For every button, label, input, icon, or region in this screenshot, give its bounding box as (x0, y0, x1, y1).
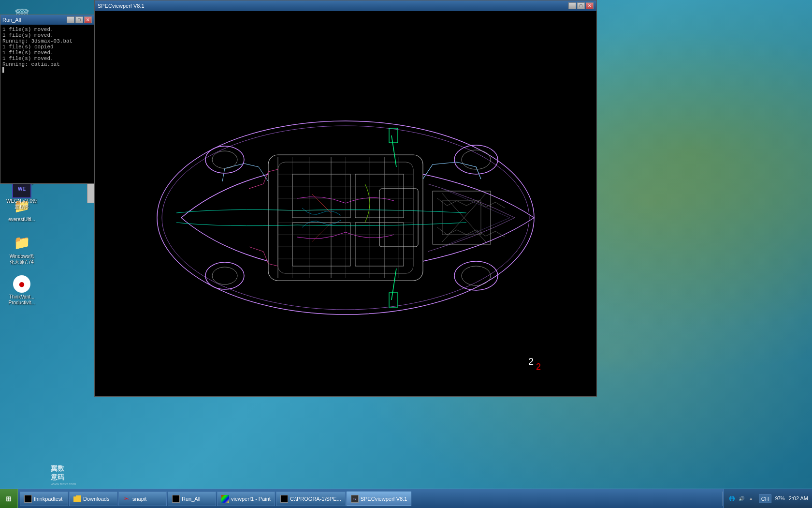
spec-window-controls: _ □ ✕ (568, 2, 594, 9)
volume-icon[interactable]: 🔊 (738, 495, 745, 503)
taskbar-icon-folder (73, 495, 81, 502)
spec-content: 2 2 (95, 11, 596, 396)
desktop-icon-windows-opt[interactable]: 📁 Windows优化大师7.74 (2, 231, 41, 267)
cmd-line-6: 1 file(s) moved. (2, 56, 92, 61)
wecn-label: WECN V7.0设置程序 (2, 198, 41, 210)
car-wireframe-container (128, 77, 563, 358)
cmd-window[interactable]: Run_All _ □ ✕ 1 file(s) moved. 1 file(s)… (0, 15, 94, 184)
desktop-icon-thinkvant[interactable]: ● ThinkVant...Productivit... (2, 274, 41, 307)
svg-point-22 (212, 267, 237, 284)
desktop: 🗑️ Re... 🖥️ Ser...an... 💻 Co... 🌐 WE... … (0, 0, 812, 508)
systray-icon-1: ▲ (747, 495, 755, 503)
cmd-line-2: 1 file(s) moved. (2, 32, 92, 38)
svg-point-21 (205, 262, 244, 289)
cmd-titlebar: Run_All _ □ ✕ (0, 15, 94, 25)
taskbar: ⊞ thinkpadtest Downloads ✂ snapit Run_Al… (0, 489, 812, 508)
taskbar-item-specviewperf[interactable]: S SPECviewperf V8.1 (347, 492, 412, 506)
svg-rect-6 (292, 174, 350, 218)
cmd-title: Run_All (2, 17, 21, 23)
cmd-minimize-btn[interactable]: _ (67, 16, 74, 23)
spec-close-btn[interactable]: ✕ (586, 2, 594, 9)
cmd-line-3: Running: 3dsmax-03.bat (2, 38, 92, 44)
svg-rect-29 (389, 128, 398, 143)
spec-minimize-btn[interactable]: _ (568, 2, 576, 9)
spec-maximize-btn[interactable]: □ (577, 2, 585, 9)
cmd-cursor: ▌ (2, 67, 92, 73)
spec-titlebar: SPECviewperf V8.1 _ □ ✕ (95, 0, 596, 11)
spec-title: SPECviewperf V8.1 (98, 3, 145, 9)
svg-point-17 (454, 261, 498, 290)
taskbar-icon-cmd-2 (172, 495, 180, 503)
taskbar-separator (722, 492, 723, 506)
svg-rect-31 (389, 293, 398, 307)
cmd-line-1: 1 file(s) moved. (2, 27, 92, 32)
taskbar-label-viewperf-paint: viewperf1 - Paint (231, 496, 271, 502)
svg-point-15 (454, 145, 498, 174)
cmd-line-7: Running: catia.bat (2, 61, 92, 67)
start-button[interactable]: ⊞ (0, 489, 18, 508)
svg-rect-14 (442, 201, 481, 235)
clock-time: 2:02 AM (789, 495, 808, 502)
cmd-close-btn[interactable]: ✕ (84, 16, 92, 23)
taskbar-label-cprogra: C:\PROGRA-1\SPE... (290, 496, 341, 502)
svg-line-5 (442, 218, 510, 247)
taskbar-label-runall: Run_All (182, 496, 201, 502)
taskbar-icon-cmd-3 (280, 495, 288, 503)
cmd-window-controls: _ □ ✕ (67, 16, 92, 23)
volume-value: 97% (775, 496, 785, 501)
watermark-text: 翼数意码 www.flickr.com (51, 464, 76, 486)
spec-number-white: 2 (528, 356, 534, 367)
taskbar-item-snapit[interactable]: ✂ snapit (118, 492, 167, 506)
svg-rect-11 (433, 191, 491, 244)
windows-opt-label: Windows优化大师7.74 (10, 254, 34, 265)
taskbar-item-viewperf-paint[interactable]: viewperf1 - Paint (217, 492, 275, 506)
watermark-url: www.flickr.com (51, 482, 76, 486)
cmd-content: 1 file(s) moved. 1 file(s) moved. Runnin… (0, 25, 94, 183)
taskbar-item-downloads[interactable]: Downloads (69, 492, 117, 506)
taskbar-label-downloads: Downloads (83, 496, 109, 502)
taskbar-item-cprogra[interactable]: C:\PROGRA-1\SPE... (276, 492, 346, 506)
svg-point-20 (212, 151, 237, 168)
windows-logo: ⊞ (6, 495, 12, 503)
taskbar-label-snapit: snapit (132, 496, 146, 502)
taskbar-label-thinkpadtest: thinkpadtest (34, 496, 62, 502)
svg-rect-7 (292, 223, 350, 266)
clock: 2:02 AM (789, 495, 808, 502)
spec-number-red: 2 (536, 362, 541, 372)
taskbar-icon-scissors: ✂ (123, 495, 130, 503)
taskbar-right: 🌐 🔊 ▲ CH 97% 2:02 AM (724, 489, 812, 508)
taskbar-icon-spec: S (351, 495, 359, 503)
taskbar-item-runall[interactable]: Run_All (168, 492, 216, 506)
taskbar-item-thinkpadtest[interactable]: thinkpadtest (20, 492, 68, 506)
watermark-chinese: 翼数意码 (51, 464, 76, 482)
language-indicator[interactable]: CH (759, 494, 771, 503)
windows-opt-icon: 📁 (12, 233, 31, 252)
svg-line-4 (442, 189, 510, 218)
thinkvant-icon: ● (13, 275, 30, 293)
taskbar-icon-paint (221, 495, 229, 503)
cmd-line-4: 1 file(s) copied (2, 44, 92, 50)
systray: 🌐 🔊 ▲ (728, 495, 755, 503)
thinkvant-label: ThinkVant...Productivit... (8, 294, 35, 306)
volume-indicator: 97% (775, 496, 785, 501)
taskbar-icon-cmd-1 (24, 495, 32, 503)
everest-label: everestUlti... (8, 217, 35, 223)
network-icon: 🌐 (728, 495, 736, 503)
car-wireframe-svg (128, 77, 563, 358)
taskbar-items: thinkpadtest Downloads ✂ snapit Run_All … (18, 489, 721, 508)
taskbar-label-specviewperf: SPECviewperf V8.1 (361, 496, 407, 502)
spec-window[interactable]: SPECviewperf V8.1 _ □ ✕ (94, 0, 597, 397)
cmd-line-5: 1 file(s) moved. (2, 50, 92, 56)
cmd-maximize-btn[interactable]: □ (75, 16, 83, 23)
